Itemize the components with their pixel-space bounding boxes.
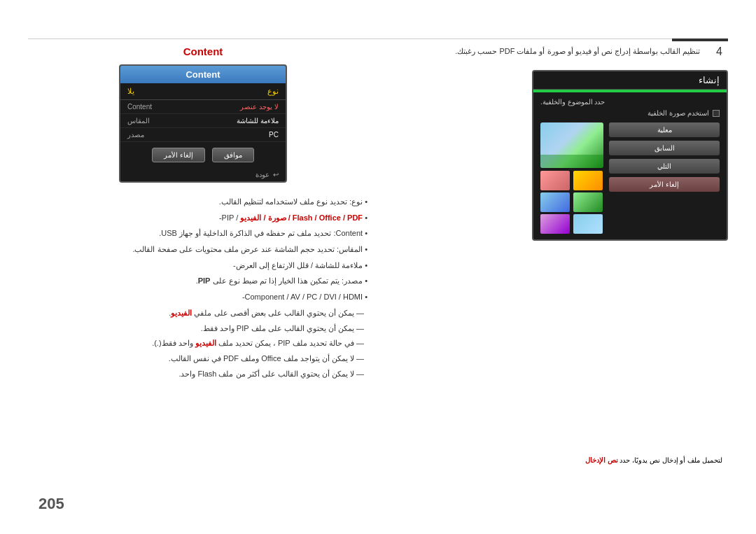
dialog-header-row: يلا نوع <box>120 83 286 100</box>
insha-title-bar: إنشاء <box>533 71 727 90</box>
insha-setting-label: حدد الموضوع والخلفية. <box>540 98 720 106</box>
thumbnails-grid <box>540 171 603 234</box>
bottom-note-link[interactable]: نص الإدخال <box>585 456 618 464</box>
desc-text-1: نوع: تحديد نوع ملف لاستخدامه لتنظيم القا… <box>219 197 363 206</box>
desc-text-6b: PIP <box>198 276 211 285</box>
insha-title-text: إنشاء <box>699 75 720 85</box>
dialog-row-source: مصدر PC <box>120 128 286 142</box>
desc-text-4: المقاس: تحديد حجم الشاشة عند عرض ملف محت… <box>132 245 363 253</box>
insha-btn-next[interactable]: التلي <box>609 159 720 174</box>
desc-line-2: Flash / Office / PDF / صورة / الفيديو / … <box>35 211 371 225</box>
desc-line-9: يمكن أن يحتوي القالب على ملف PIP واحد فق… <box>35 322 371 335</box>
checkbox-row: استخدم صورة الخلفية <box>540 109 720 117</box>
desc-text-7: Component / AV / PC / DVI / HDMI- <box>242 293 363 301</box>
desc-text-2-normal: / PIP- <box>219 213 239 222</box>
desc-line-3: Content: تحديد ملف تم حفظه في الذاكرة ال… <box>35 227 371 240</box>
top-divider <box>28 38 728 39</box>
dialog-footer: عودة ↩ <box>120 168 286 181</box>
dialog-title: Content <box>120 66 286 83</box>
content-dialog: Content يلا نوع Content لا يوجد عنصر الم… <box>119 64 287 183</box>
thumbnail-2[interactable] <box>573 171 603 190</box>
back-icon: ↩ <box>273 171 279 178</box>
thumbnail-1[interactable] <box>540 171 570 190</box>
desc-text-11: لا يمكن أن يتواجد ملف Office وملف PDF في… <box>169 354 354 363</box>
row-value-size: ملاءمة للشاشة <box>237 117 279 125</box>
bottom-note-text: لتحميل ملف أو إدخال نص يدويًا، حدد <box>618 456 722 464</box>
dialog-row-content: Content لا يوجد عنصر <box>120 100 286 114</box>
thumbnails-area <box>540 122 603 234</box>
desc-text-9: يمكن أن يحتوي القالب على ملف PIP واحد فق… <box>201 324 354 332</box>
thumbnail-3[interactable] <box>540 192 570 212</box>
insha-panel: إنشاء حدد الموضوع والخلفية. استخدم صورة … <box>532 70 728 241</box>
insha-btn-maaleya[interactable]: معلية <box>609 122 720 137</box>
row-label-size: المقاس <box>127 117 150 125</box>
page-number: 205 <box>38 495 64 513</box>
step-text: تنظيم القالب بواسطة إدراج نص أو فيديو أو… <box>448 45 700 57</box>
cancel-button[interactable]: إلغاء الأمر <box>152 148 205 162</box>
insha-btn-cancel[interactable]: إلغاء الأمر <box>609 177 720 192</box>
checkbox-label: استخدم صورة الخلفية <box>648 109 709 117</box>
main-thumbnail <box>540 122 603 168</box>
background-image-checkbox[interactable] <box>713 110 720 117</box>
insha-main-area: معلية السابق التلي إلغاء الأمر <box>540 122 720 234</box>
desc-text-2-red: Flash / Office / PDF / صورة / الفيديو <box>240 213 363 222</box>
desc-line-8: يمكن أن يحتوي القالب على بعض أقصى على مل… <box>35 307 371 320</box>
desc-text-3: Content: تحديد ملف تم حفظه في الذاكرة ال… <box>159 229 363 237</box>
desc-line-1: نوع: تحديد نوع ملف لاستخدامه لتنظيم القا… <box>35 195 371 209</box>
desc-line-10: في حالة تحديد ملف PIP ، يمكن تحديد ملف ا… <box>35 337 371 350</box>
dialog-header-left: يلا <box>127 87 134 96</box>
left-section: Content Content يلا نوع Content لا يوجد … <box>35 45 371 382</box>
desc-line-5: ملاءمة للشاشة / قلل الارتفاع إلى العرض- <box>35 259 371 272</box>
desc-line-11: لا يمكن أن يتواجد ملف Office وملف PDF في… <box>35 352 371 365</box>
desc-line-12: لا يمكن أن يحتوي القالب على أكثر من ملف … <box>35 367 371 381</box>
insha-buttons-col: معلية السابق التلي إلغاء الأمر <box>609 122 720 234</box>
page-container: 205 Content Content يلا نوع Content لا ي… <box>0 0 756 534</box>
dialog-row-size: المقاس ملاءمة للشاشة <box>120 114 286 128</box>
desc-line-4: المقاس: تحديد حجم الشاشة عند عرض ملف محت… <box>35 243 371 256</box>
row-label-content: Content <box>127 103 152 111</box>
desc-text-10: في حالة تحديد ملف PIP ، يمكن تحديد ملف ا… <box>152 339 354 347</box>
row-value-content: لا يوجد عنصر <box>240 103 279 111</box>
back-label: عودة <box>255 171 270 178</box>
thumbnail-4[interactable] <box>573 192 603 212</box>
desc-text-6a: مصدر: يتم تمكين هذا الخيار إذا تم ضبط نو… <box>210 276 363 285</box>
right-accent-bar <box>672 38 728 41</box>
ok-button[interactable]: موافق <box>212 148 254 162</box>
dialog-buttons-row: إلغاء الأمر موافق <box>120 142 286 168</box>
thumbnail-5[interactable] <box>540 214 570 234</box>
description-area: نوع: تحديد نوع ملف لاستخدامه لتنظيم القا… <box>35 195 371 380</box>
desc-text-12: لا يمكن أن يحتوي القالب على أكثر من ملف … <box>178 370 354 378</box>
desc-line-7: Component / AV / PC / DVI / HDMI- <box>35 290 371 304</box>
setting-label-text: حدد الموضوع والخلفية. <box>540 98 605 106</box>
row-label-source: مصدر <box>127 131 144 139</box>
step-number: 4 <box>716 45 722 58</box>
row-value-source: PC <box>269 131 279 139</box>
bottom-note: لتحميل ملف أو إدخال نص يدويًا، حدد نص ال… <box>585 456 722 464</box>
desc-line-6: مصدر: يتم تمكين هذا الخيار إذا تم ضبط نو… <box>35 274 371 288</box>
insha-content: حدد الموضوع والخلفية. استخدم صورة الخلفي… <box>533 92 727 239</box>
desc-text-8: يمكن أن يحتوي القالب على بعض أقصى على مل… <box>169 309 354 317</box>
insha-btn-prev[interactable]: السابق <box>609 141 720 155</box>
content-section-heading: Content <box>35 45 371 57</box>
dialog-header-right: نوع <box>267 87 279 96</box>
thumbnail-6[interactable] <box>573 214 603 234</box>
desc-text-5: ملاءمة للشاشة / قلل الارتفاع إلى العرض- <box>233 261 363 269</box>
